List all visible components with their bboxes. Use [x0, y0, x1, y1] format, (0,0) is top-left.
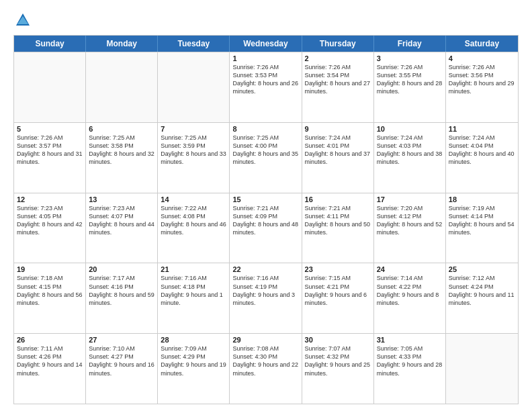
- calendar-header-wednesday: Wednesday: [230, 36, 302, 52]
- day-info: Sunrise: 7:26 AM Sunset: 3:56 PM Dayligh…: [449, 63, 515, 96]
- day-info: Sunrise: 7:25 AM Sunset: 3:59 PM Dayligh…: [161, 134, 226, 167]
- calendar-cell: 24Sunrise: 7:14 AM Sunset: 4:22 PM Dayli…: [374, 263, 446, 333]
- calendar-header-saturday: Saturday: [446, 36, 518, 52]
- calendar-cell: 27Sunrise: 7:10 AM Sunset: 4:27 PM Dayli…: [86, 334, 158, 404]
- day-info: Sunrise: 7:24 AM Sunset: 4:03 PM Dayligh…: [377, 134, 443, 167]
- calendar-week-1: 1Sunrise: 7:26 AM Sunset: 3:53 PM Daylig…: [14, 52, 518, 122]
- calendar-cell: 17Sunrise: 7:20 AM Sunset: 4:12 PM Dayli…: [374, 193, 446, 263]
- calendar-cell: 18Sunrise: 7:19 AM Sunset: 4:14 PM Dayli…: [446, 193, 518, 263]
- day-number: 19: [17, 265, 83, 273]
- calendar-cell: 11Sunrise: 7:24 AM Sunset: 4:04 PM Dayli…: [446, 123, 518, 193]
- calendar-cell: 29Sunrise: 7:08 AM Sunset: 4:30 PM Dayli…: [230, 334, 302, 404]
- day-info: Sunrise: 7:16 AM Sunset: 4:19 PM Dayligh…: [232, 274, 298, 307]
- calendar-cell: 2Sunrise: 7:26 AM Sunset: 3:54 PM Daylig…: [302, 52, 374, 122]
- day-info: Sunrise: 7:11 AM Sunset: 4:26 PM Dayligh…: [17, 345, 83, 377]
- day-number: 28: [161, 336, 226, 344]
- calendar-cell: 14Sunrise: 7:22 AM Sunset: 4:08 PM Dayli…: [158, 193, 230, 263]
- day-number: 7: [161, 125, 226, 133]
- day-info: Sunrise: 7:20 AM Sunset: 4:12 PM Dayligh…: [377, 204, 443, 237]
- day-info: Sunrise: 7:22 AM Sunset: 4:08 PM Dayligh…: [161, 204, 226, 237]
- day-info: Sunrise: 7:26 AM Sunset: 3:53 PM Dayligh…: [232, 63, 298, 96]
- logo: [13, 11, 35, 30]
- calendar-cell: 21Sunrise: 7:16 AM Sunset: 4:18 PM Dayli…: [158, 263, 230, 333]
- calendar-cell: 6Sunrise: 7:25 AM Sunset: 3:58 PM Daylig…: [86, 123, 158, 193]
- calendar-cell: 23Sunrise: 7:15 AM Sunset: 4:21 PM Dayli…: [302, 263, 374, 333]
- day-info: Sunrise: 7:26 AM Sunset: 3:54 PM Dayligh…: [305, 63, 371, 96]
- day-number: 4: [449, 54, 515, 62]
- day-info: Sunrise: 7:09 AM Sunset: 4:29 PM Dayligh…: [161, 345, 226, 377]
- day-info: Sunrise: 7:16 AM Sunset: 4:18 PM Dayligh…: [161, 274, 226, 307]
- calendar-body: 1Sunrise: 7:26 AM Sunset: 3:53 PM Daylig…: [14, 52, 518, 404]
- calendar-cell: 5Sunrise: 7:26 AM Sunset: 3:57 PM Daylig…: [14, 123, 86, 193]
- day-number: 5: [17, 125, 83, 133]
- day-number: 12: [17, 195, 83, 203]
- calendar-cell: 8Sunrise: 7:25 AM Sunset: 4:00 PM Daylig…: [230, 123, 302, 193]
- page: SundayMondayTuesdayWednesdayThursdayFrid…: [0, 0, 532, 411]
- day-info: Sunrise: 7:18 AM Sunset: 4:15 PM Dayligh…: [17, 274, 83, 307]
- calendar-cell: 13Sunrise: 7:23 AM Sunset: 4:07 PM Dayli…: [86, 193, 158, 263]
- day-number: 14: [161, 195, 226, 203]
- day-info: Sunrise: 7:25 AM Sunset: 4:00 PM Dayligh…: [232, 134, 298, 167]
- day-info: Sunrise: 7:05 AM Sunset: 4:33 PM Dayligh…: [377, 345, 443, 377]
- day-number: 3: [377, 54, 443, 62]
- day-info: Sunrise: 7:19 AM Sunset: 4:14 PM Dayligh…: [449, 204, 515, 237]
- day-number: 30: [305, 336, 371, 344]
- day-number: 26: [17, 336, 83, 344]
- calendar-week-5: 26Sunrise: 7:11 AM Sunset: 4:26 PM Dayli…: [14, 333, 518, 404]
- day-info: Sunrise: 7:15 AM Sunset: 4:21 PM Dayligh…: [305, 274, 371, 307]
- calendar-cell: 3Sunrise: 7:26 AM Sunset: 3:55 PM Daylig…: [374, 52, 446, 122]
- day-number: 18: [449, 195, 515, 203]
- calendar-cell: 16Sunrise: 7:21 AM Sunset: 4:11 PM Dayli…: [302, 193, 374, 263]
- calendar-cell: 28Sunrise: 7:09 AM Sunset: 4:29 PM Dayli…: [158, 334, 230, 404]
- day-number: 29: [232, 336, 298, 344]
- calendar-week-4: 19Sunrise: 7:18 AM Sunset: 4:15 PM Dayli…: [14, 263, 518, 333]
- day-info: Sunrise: 7:25 AM Sunset: 3:58 PM Dayligh…: [89, 134, 154, 167]
- day-number: 27: [89, 336, 154, 344]
- calendar-cell: 12Sunrise: 7:23 AM Sunset: 4:05 PM Dayli…: [14, 193, 86, 263]
- calendar-week-3: 12Sunrise: 7:23 AM Sunset: 4:05 PM Dayli…: [14, 193, 518, 263]
- calendar-cell: 1Sunrise: 7:26 AM Sunset: 3:53 PM Daylig…: [230, 52, 302, 122]
- calendar-header-monday: Monday: [86, 36, 158, 52]
- calendar-cell: 4Sunrise: 7:26 AM Sunset: 3:56 PM Daylig…: [446, 52, 518, 122]
- calendar-cell: [446, 334, 518, 404]
- day-number: 22: [232, 265, 298, 273]
- day-number: 24: [377, 265, 443, 273]
- day-number: 11: [449, 125, 515, 133]
- calendar-cell: 7Sunrise: 7:25 AM Sunset: 3:59 PM Daylig…: [158, 123, 230, 193]
- calendar-cell: 20Sunrise: 7:17 AM Sunset: 4:16 PM Dayli…: [86, 263, 158, 333]
- day-info: Sunrise: 7:23 AM Sunset: 4:07 PM Dayligh…: [89, 204, 154, 237]
- calendar-header-sunday: Sunday: [14, 36, 86, 52]
- calendar-cell: 15Sunrise: 7:21 AM Sunset: 4:09 PM Dayli…: [230, 193, 302, 263]
- day-number: 21: [161, 265, 226, 273]
- calendar-cell: 9Sunrise: 7:24 AM Sunset: 4:01 PM Daylig…: [302, 123, 374, 193]
- calendar: SundayMondayTuesdayWednesdayThursdayFrid…: [13, 35, 519, 404]
- day-info: Sunrise: 7:08 AM Sunset: 4:30 PM Dayligh…: [232, 345, 298, 377]
- day-number: 16: [305, 195, 371, 203]
- calendar-header-friday: Friday: [374, 36, 446, 52]
- day-number: 23: [305, 265, 371, 273]
- calendar-cell: 10Sunrise: 7:24 AM Sunset: 4:03 PM Dayli…: [374, 123, 446, 193]
- header: [13, 11, 519, 30]
- day-number: 31: [377, 336, 443, 344]
- calendar-cell: 22Sunrise: 7:16 AM Sunset: 4:19 PM Dayli…: [230, 263, 302, 333]
- day-info: Sunrise: 7:07 AM Sunset: 4:32 PM Dayligh…: [305, 345, 371, 377]
- calendar-header-row: SundayMondayTuesdayWednesdayThursdayFrid…: [14, 36, 518, 52]
- calendar-cell: 26Sunrise: 7:11 AM Sunset: 4:26 PM Dayli…: [14, 334, 86, 404]
- calendar-header-tuesday: Tuesday: [158, 36, 230, 52]
- calendar-week-2: 5Sunrise: 7:26 AM Sunset: 3:57 PM Daylig…: [14, 122, 518, 193]
- calendar-cell: [86, 52, 158, 122]
- calendar-cell: 19Sunrise: 7:18 AM Sunset: 4:15 PM Dayli…: [14, 263, 86, 333]
- day-number: 17: [377, 195, 443, 203]
- day-info: Sunrise: 7:21 AM Sunset: 4:09 PM Dayligh…: [232, 204, 298, 237]
- day-info: Sunrise: 7:12 AM Sunset: 4:24 PM Dayligh…: [449, 274, 515, 307]
- day-number: 8: [232, 125, 298, 133]
- day-number: 1: [232, 54, 298, 62]
- day-info: Sunrise: 7:14 AM Sunset: 4:22 PM Dayligh…: [377, 274, 443, 307]
- calendar-cell: [14, 52, 86, 122]
- day-info: Sunrise: 7:17 AM Sunset: 4:16 PM Dayligh…: [89, 274, 154, 307]
- day-info: Sunrise: 7:26 AM Sunset: 3:55 PM Dayligh…: [377, 63, 443, 96]
- calendar-header-thursday: Thursday: [302, 36, 374, 52]
- day-number: 9: [305, 125, 371, 133]
- day-number: 25: [449, 265, 515, 273]
- day-number: 20: [89, 265, 154, 273]
